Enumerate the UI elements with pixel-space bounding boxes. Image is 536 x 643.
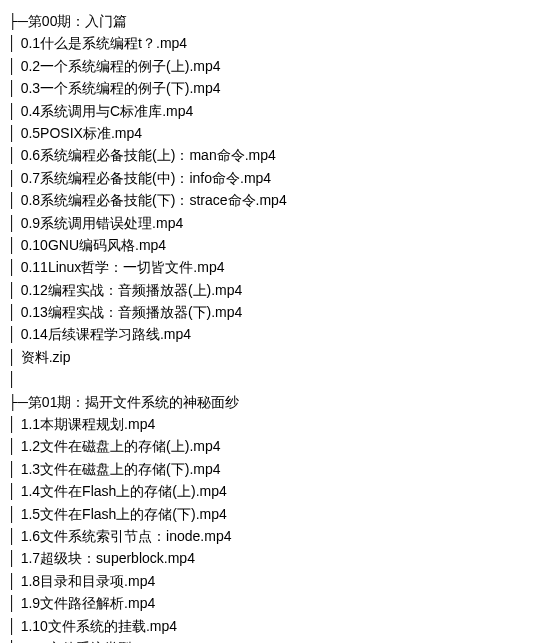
list-item: │ 1.6文件系统索引节点：inode.mp4 [8,525,528,547]
list-item: │ 0.13编程实战：音频播放器(下).mp4 [8,301,528,323]
tree-pipe-icon: │ [8,282,21,298]
list-item: │ 0.4系统调用与C标准库.mp4 [8,100,528,122]
section-header: ├─第01期：揭开文件系统的神秘面纱 [8,391,528,413]
tree-pipe-icon: │ [8,304,21,320]
file-name: 0.2一个系统编程的例子(上).mp4 [21,58,221,74]
list-item: │ 1.4文件在Flash上的存储(上).mp4 [8,480,528,502]
list-item: │ 0.8系统编程必备技能(下)：strace命令.mp4 [8,189,528,211]
list-item: │ 0.10GNU编码风格.mp4 [8,234,528,256]
list-item: │ 0.1什么是系统编程t？.mp4 [8,32,528,54]
tree-pipe-icon: │ [8,35,21,51]
tree-pipe-icon: │ [8,573,21,589]
file-name: 1.8目录和目录项.mp4 [21,573,156,589]
tree-pipe-icon: │ [8,147,21,163]
tree-pipe-icon: │ [8,528,21,544]
tree-pipe-icon: │ [8,103,21,119]
file-name: 0.8系统编程必备技能(下)：strace命令.mp4 [21,192,287,208]
list-item: │ 1.9文件路径解析.mp4 [8,592,528,614]
file-name: 0.7系统编程必备技能(中)：info命令.mp4 [21,170,271,186]
section-title: 第01期：揭开文件系统的神秘面纱 [28,394,240,410]
tree-pipe-icon: │ [8,215,21,231]
list-item: │ 1.3文件在磁盘上的存储(下).mp4 [8,458,528,480]
list-item: │ 0.6系统编程必备技能(上)：man命令.mp4 [8,144,528,166]
list-item: │ 1.11文件系统类型.mp4 [8,637,528,643]
list-item: │ 0.11Linux哲学：一切皆文件.mp4 [8,256,528,278]
tree-pipe-icon: │ [8,595,21,611]
tree-pipe-icon: │ [8,349,21,365]
tree-pipe-icon: │ [8,237,21,253]
file-name: 1.6文件系统索引节点：inode.mp4 [21,528,232,544]
file-name: 0.13编程实战：音频播放器(下).mp4 [21,304,243,320]
file-name: 1.3文件在磁盘上的存储(下).mp4 [21,461,221,477]
file-name: 0.14后续课程学习路线.mp4 [21,326,191,342]
tree-pipe-icon: │ [8,259,21,275]
file-name: 1.4文件在Flash上的存储(上).mp4 [21,483,227,499]
list-item: │ 0.14后续课程学习路线.mp4 [8,323,528,345]
file-name: 0.11Linux哲学：一切皆文件.mp4 [21,259,225,275]
tree-pipe-icon: │ [8,170,21,186]
file-name: 0.10GNU编码风格.mp4 [21,237,166,253]
file-name: 0.1什么是系统编程t？.mp4 [21,35,187,51]
list-item: │ 1.5文件在Flash上的存储(下).mp4 [8,503,528,525]
list-item: │ 1.10文件系统的挂载.mp4 [8,615,528,637]
file-name: 1.9文件路径解析.mp4 [21,595,156,611]
list-item: │ 1.1本期课程规划.mp4 [8,413,528,435]
tree-pipe-icon: │ [8,506,21,522]
list-item: │ 0.5POSIX标准.mp4 [8,122,528,144]
tree-branch-icon: ├─ [8,13,28,29]
tree-pipe-icon: │ [8,438,21,454]
list-item: │ 1.2文件在磁盘上的存储(上).mp4 [8,435,528,457]
tree-pipe-icon: │ [8,192,21,208]
file-name: 0.9系统调用错误处理.mp4 [21,215,184,231]
list-item: │ 0.12编程实战：音频播放器(上).mp4 [8,279,528,301]
tree-pipe-icon: │ [8,483,21,499]
tree-branch-icon: ├─ [8,394,28,410]
file-name: 0.6系统编程必备技能(上)：man命令.mp4 [21,147,276,163]
file-tree: ├─第00期：入门篇│ 0.1什么是系统编程t？.mp4│ 0.2一个系统编程的… [8,10,528,643]
tree-pipe-icon: │ [8,416,21,432]
list-item: │ 0.2一个系统编程的例子(上).mp4 [8,55,528,77]
tree-pipe-icon: │ [8,125,21,141]
file-name: 0.12编程实战：音频播放器(上).mp4 [21,282,243,298]
tree-pipe-icon: │ [8,326,21,342]
file-name: 1.10文件系统的挂载.mp4 [21,618,177,634]
tree-pipe-icon: │ [8,550,21,566]
section-header: ├─第00期：入门篇 [8,10,528,32]
tree-gap: │ [8,368,528,390]
list-item: │ 0.9系统调用错误处理.mp4 [8,212,528,234]
file-name: 资料.zip [21,349,71,365]
tree-pipe-icon: │ [8,461,21,477]
list-item: │ 1.7超级块：superblock.mp4 [8,547,528,569]
tree-pipe-icon: │ [8,58,21,74]
file-name: 1.5文件在Flash上的存储(下).mp4 [21,506,227,522]
section-title: 第00期：入门篇 [28,13,128,29]
tree-pipe-icon: │ [8,618,21,634]
list-item: │ 0.7系统编程必备技能(中)：info命令.mp4 [8,167,528,189]
list-item: │ 0.3一个系统编程的例子(下).mp4 [8,77,528,99]
tree-pipe-icon: │ [8,80,21,96]
file-name: 1.1本期课程规划.mp4 [21,416,156,432]
file-name: 1.7超级块：superblock.mp4 [21,550,195,566]
file-name: 1.2文件在磁盘上的存储(上).mp4 [21,438,221,454]
list-item: │ 1.8目录和目录项.mp4 [8,570,528,592]
list-item: │ 资料.zip [8,346,528,368]
file-name: 0.4系统调用与C标准库.mp4 [21,103,194,119]
file-name: 0.5POSIX标准.mp4 [21,125,142,141]
file-name: 0.3一个系统编程的例子(下).mp4 [21,80,221,96]
